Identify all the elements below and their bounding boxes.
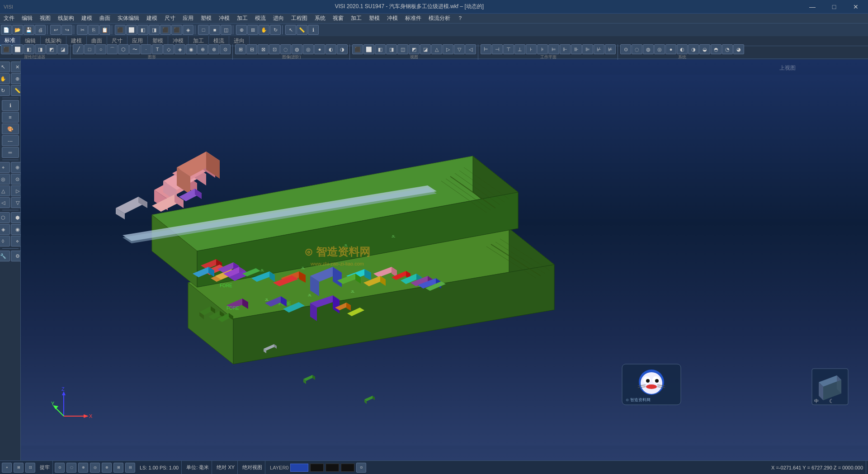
minimize-button[interactable]: — bbox=[802, 0, 823, 14]
sys-btn10[interactable]: ◔ bbox=[722, 44, 733, 54]
img-btn5[interactable]: ◌ bbox=[280, 44, 291, 54]
view-btn2[interactable]: ⬜ bbox=[363, 44, 374, 54]
menu-forward[interactable]: 进向 bbox=[269, 14, 288, 23]
view-bottom[interactable]: ⬛ bbox=[171, 25, 182, 35]
maximize-button[interactable]: □ bbox=[824, 0, 844, 14]
menu-machining2[interactable]: 加工 bbox=[347, 14, 365, 23]
sidebar-extra1[interactable]: 🔧 bbox=[0, 251, 10, 261]
shape-poly[interactable]: ⬡ bbox=[118, 44, 129, 54]
viewport[interactable]: FORE FORE JL JL JL JL bbox=[21, 60, 868, 460]
status-btn7[interactable]: ⊟ bbox=[125, 463, 135, 473]
menu-flow[interactable]: 模流 bbox=[251, 14, 269, 23]
sys-btn8[interactable]: ◒ bbox=[699, 44, 710, 54]
shaded-wire-mode[interactable]: ◫ bbox=[221, 25, 231, 35]
img-btn9[interactable]: ◐ bbox=[326, 44, 336, 54]
sys-btn3[interactable]: ◍ bbox=[643, 44, 654, 54]
img-btn3[interactable]: ⊠ bbox=[258, 44, 269, 54]
sys-btn4[interactable]: ◎ bbox=[654, 44, 665, 54]
sidebar-pan[interactable]: ✋ bbox=[0, 73, 10, 84]
status-btn6[interactable]: ⊞ bbox=[113, 463, 123, 473]
menu-wireframe[interactable]: 线架构 bbox=[54, 14, 78, 23]
menu-view[interactable]: 视图 bbox=[36, 14, 54, 23]
shape-circle[interactable]: ○ bbox=[95, 44, 106, 54]
menu-build[interactable]: 建模 bbox=[78, 14, 96, 23]
wp-btn8[interactable]: ⊩ bbox=[560, 44, 571, 54]
img-btn8[interactable]: ● bbox=[314, 44, 325, 54]
sidebar-layer[interactable]: ≡ bbox=[2, 112, 19, 123]
paste-btn[interactable]: 📋 bbox=[99, 25, 110, 35]
menu-help[interactable]: ？ bbox=[454, 14, 467, 23]
view-top[interactable]: ⬛ bbox=[160, 25, 171, 35]
menu-window[interactable]: 视窗 bbox=[329, 14, 347, 23]
shaded-mode[interactable]: ■ bbox=[209, 25, 220, 35]
print-btn[interactable]: 🖨 bbox=[35, 25, 46, 35]
view-btn5[interactable]: ◫ bbox=[397, 44, 408, 54]
menu-modeling[interactable]: 建模 bbox=[143, 14, 161, 23]
menu-surface[interactable]: 曲面 bbox=[96, 14, 114, 23]
wp-btn10[interactable]: ⊫ bbox=[582, 44, 593, 54]
view-btn6[interactable]: ◩ bbox=[409, 44, 420, 54]
sys-btn1[interactable]: ⊙ bbox=[620, 44, 631, 54]
wp-btn12[interactable]: ⊭ bbox=[605, 44, 616, 54]
wp-btn7[interactable]: ⊨ bbox=[548, 44, 559, 54]
sidebar-snap3[interactable]: ◎ bbox=[0, 174, 10, 185]
copy-btn[interactable]: ⎘ bbox=[88, 25, 99, 35]
shape-arc[interactable]: ⌒ bbox=[107, 44, 118, 54]
img-btn6[interactable]: ◍ bbox=[292, 44, 302, 54]
wp-btn4[interactable]: ⊥ bbox=[514, 44, 525, 54]
status-btn2[interactable]: ◌ bbox=[66, 463, 76, 473]
sidebar-tool3[interactable]: ◈ bbox=[0, 224, 10, 235]
menu-engineering[interactable]: 工程图 bbox=[288, 14, 311, 23]
rotate[interactable]: ↻ bbox=[270, 25, 281, 35]
filter-note[interactable]: ◪ bbox=[57, 44, 68, 54]
view-btn10[interactable]: ▽ bbox=[454, 44, 465, 54]
status-btn5[interactable]: ⊗ bbox=[102, 463, 112, 473]
sys-btn6[interactable]: ◐ bbox=[677, 44, 688, 54]
zoom-window[interactable]: ⊞ bbox=[247, 25, 258, 35]
status-grid-btn[interactable]: ⊞ bbox=[14, 463, 24, 473]
sidebar-linewidth[interactable]: ═ bbox=[2, 147, 19, 158]
menu-solid-edit[interactable]: 实体编辑 bbox=[114, 14, 143, 23]
menu-file[interactable]: 文件 bbox=[0, 14, 18, 23]
filter-surf[interactable]: ◧ bbox=[24, 44, 34, 54]
status-ortho-btn[interactable]: ⊡ bbox=[25, 463, 35, 473]
sys-btn9[interactable]: ◓ bbox=[711, 44, 722, 54]
pan[interactable]: ✋ bbox=[259, 25, 269, 35]
sidebar-snap1[interactable]: ⌖ bbox=[0, 162, 10, 173]
shape-more2[interactable]: ◈ bbox=[175, 44, 185, 54]
img-btn2[interactable]: ⊟ bbox=[246, 44, 257, 54]
menu-edit[interactable]: 编辑 bbox=[18, 14, 36, 23]
model-canvas[interactable]: FORE FORE JL JL JL JL bbox=[21, 60, 868, 460]
view-btn8[interactable]: △ bbox=[431, 44, 442, 54]
view-left[interactable]: ◧ bbox=[137, 25, 148, 35]
sidebar-prop[interactable]: ℹ bbox=[2, 100, 19, 111]
sidebar-tool5[interactable]: ◊ bbox=[0, 236, 10, 246]
sys-btn7[interactable]: ◑ bbox=[688, 44, 699, 54]
wp-btn6[interactable]: ⊧ bbox=[537, 44, 548, 54]
img-btn1[interactable]: ⊞ bbox=[235, 44, 246, 54]
shape-rect[interactable]: □ bbox=[84, 44, 95, 54]
sidebar-color[interactable]: 🎨 bbox=[2, 123, 19, 134]
img-btn10[interactable]: ◑ bbox=[337, 44, 348, 54]
sys-btn5[interactable]: ● bbox=[665, 44, 676, 54]
view-btn11[interactable]: ◁ bbox=[465, 44, 476, 54]
sidebar-linetype[interactable]: --- bbox=[2, 135, 19, 146]
filter-solid[interactable]: ◨ bbox=[35, 44, 46, 54]
filter-all[interactable]: ⬛ bbox=[1, 44, 12, 54]
wire-mode[interactable]: □ bbox=[198, 25, 209, 35]
shape-spline[interactable]: 〜 bbox=[129, 44, 140, 54]
view-btn4[interactable]: ◨ bbox=[386, 44, 397, 54]
menu-machining[interactable]: 加工 bbox=[233, 14, 251, 23]
shape-more4[interactable]: ⊕ bbox=[197, 44, 208, 54]
new-btn[interactable]: 📄 bbox=[1, 25, 12, 35]
view-iso[interactable]: ◈ bbox=[183, 25, 193, 35]
sidebar-rotate[interactable]: ↻ bbox=[0, 85, 10, 96]
undo-btn[interactable]: ↩ bbox=[50, 25, 61, 35]
shape-point[interactable]: · bbox=[141, 44, 151, 54]
shape-line[interactable]: ╱ bbox=[73, 44, 84, 54]
wp-btn2[interactable]: ⊣ bbox=[492, 44, 503, 54]
menu-dim[interactable]: 尺寸 bbox=[161, 14, 179, 23]
filter-dim[interactable]: ◩ bbox=[46, 44, 57, 54]
menu-punch[interactable]: 冲模 bbox=[215, 14, 233, 23]
menu-system[interactable]: 系统 bbox=[311, 14, 329, 23]
